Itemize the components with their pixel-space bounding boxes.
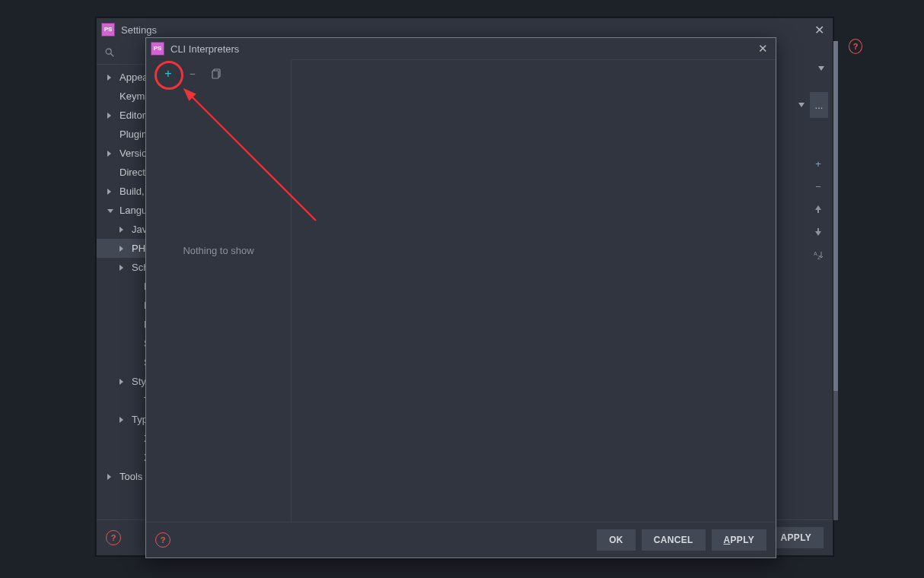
remove-path-button[interactable]: −: [810, 178, 827, 195]
interpreters-list-panel: + − Nothing to show: [146, 59, 292, 522]
modal-title: CLI Interpreters: [170, 43, 239, 55]
dropdown-caret-icon[interactable]: [816, 63, 827, 74]
add-interpreter-button[interactable]: +: [161, 67, 175, 81]
interpreter-browse-button[interactable]: ...: [810, 92, 828, 118]
sort-button[interactable]: AZ: [810, 246, 827, 263]
include-path-toolbar: + − AZ: [810, 155, 827, 263]
svg-rect-5: [212, 71, 218, 78]
settings-scrollbar[interactable]: [833, 41, 838, 520]
move-up-button[interactable]: [810, 201, 827, 218]
ps-app-icon: PS: [101, 23, 115, 37]
settings-title: Settings: [121, 24, 157, 36]
interpreters-toolbar: + −: [146, 59, 291, 88]
nothing-to-show-label: Nothing to show: [146, 245, 291, 256]
ps-app-icon: PS: [151, 42, 164, 56]
error-indicator-icon[interactable]: ?: [849, 40, 862, 53]
interpreter-dropdown[interactable]: [796, 92, 807, 118]
svg-line-1: [111, 54, 114, 57]
modal-footer: ? OK CANCEL APPLY: [146, 522, 776, 557]
search-icon: [104, 47, 115, 58]
move-down-button[interactable]: [810, 224, 827, 240]
modal-ok-button[interactable]: OK: [597, 529, 636, 551]
help-icon[interactable]: ?: [106, 530, 121, 545]
modal-cancel-button[interactable]: CANCEL: [642, 529, 706, 551]
copy-interpreter-button[interactable]: [210, 67, 224, 81]
modal-titlebar: PS CLI Interpreters ✕: [146, 38, 776, 60]
modal-help-icon[interactable]: ?: [155, 532, 170, 548]
remove-interpreter-button[interactable]: −: [186, 67, 199, 81]
interpreter-field-row: ...: [796, 92, 828, 118]
svg-point-0: [106, 49, 111, 54]
modal-close-button[interactable]: ✕: [754, 40, 771, 57]
modal-body: + − Nothing to show: [146, 59, 776, 522]
modal-apply-button[interactable]: APPLY: [712, 529, 766, 551]
add-path-button[interactable]: +: [810, 155, 827, 172]
settings-apply-button[interactable]: APPLY: [769, 527, 824, 548]
settings-close-button[interactable]: ✕: [810, 21, 828, 39]
cli-interpreters-dialog: PS CLI Interpreters ✕ + − Nothing to sho…: [145, 37, 776, 558]
